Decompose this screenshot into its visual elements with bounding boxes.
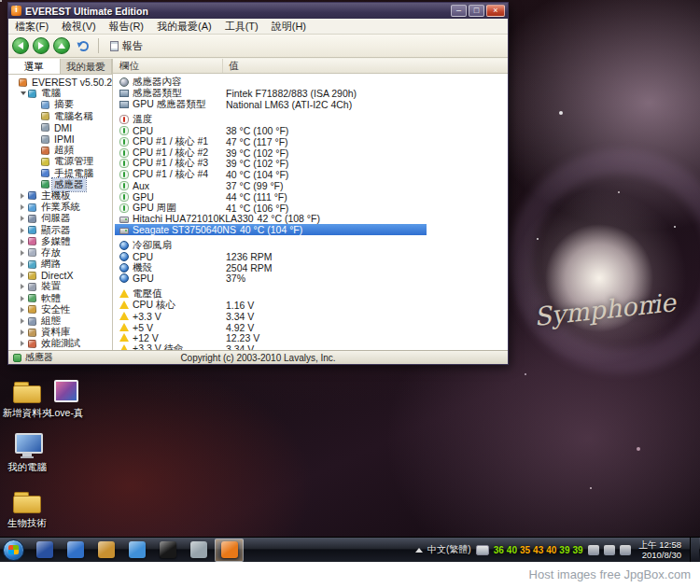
clock-date: 2010/8/30 [639,550,681,560]
refresh-button[interactable] [74,37,92,55]
media-player-icon[interactable] [61,539,90,562]
video-player-icon[interactable] [122,539,151,562]
tree-item-icon [28,215,36,223]
row-value: 4.92 V [226,322,508,333]
row-value: 39 °C (102 °F) [226,158,508,169]
row-icon [119,333,129,342]
tree-item[interactable]: 電腦名稱 [8,111,112,122]
menu-item[interactable]: 檢視(V) [55,20,103,34]
menu-item[interactable]: 工具(T) [218,20,265,34]
minimize-button[interactable]: – [451,5,467,17]
row-icon [119,273,129,283]
list-row[interactable]: CPU #1 / 核心 #4 40 °C (104 °F) [115,169,508,180]
row-field: +5 V [133,322,226,333]
list-row[interactable]: +3.3 V 3.34 V [115,311,508,322]
tree-expander-icon[interactable] [21,91,28,95]
row-value: 12.23 V [226,332,508,343]
tree-expander-icon[interactable] [21,273,28,278]
hidden-icons-button[interactable] [415,548,423,553]
maximize-button[interactable]: □ [469,5,484,17]
volume-icon[interactable] [604,545,615,555]
language-indicator[interactable]: 中文(繁體) [427,543,471,556]
list-row[interactable]: 溫度 [115,114,508,125]
back-button[interactable] [12,37,29,54]
list-row[interactable]: 冷卻風扇 [115,240,508,251]
menu-item[interactable]: 說明(H) [265,20,313,34]
taskbar-app-icon-2[interactable] [153,539,182,562]
tree-expander-icon[interactable] [21,250,28,256]
tree-expander-icon[interactable] [21,307,28,313]
menu-item[interactable]: 我的最愛(A) [150,20,218,34]
row-value: 3.34 V [226,311,508,322]
list-row[interactable]: +3.3 V 待命 3.34 V [115,343,508,350]
start-button[interactable] [3,539,24,561]
taskbar: 中文(繁體) 36403543403939 上午 12:58 2010/8/30 [0,537,700,562]
network-icon[interactable] [588,545,599,555]
tree-item-icon [28,90,36,98]
tree-item[interactable]: 網路 [8,259,112,270]
row-icon [119,148,129,158]
report-button[interactable]: 報告 [105,37,148,55]
taskbar-app-icon-1[interactable] [30,539,59,562]
sensor-value-list: 感應器內容 感應器類型 Fintek F71882/883 (ISA 290h)… [113,74,508,350]
column-header-field[interactable]: 欄位 [113,59,223,73]
list-row[interactable]: +5 V 4.92 V [115,322,508,333]
row-icon [119,159,129,168]
folder-taskbar-icon[interactable] [91,539,120,562]
tree-expander-icon[interactable] [21,341,28,346]
row-value: 2504 RPM [226,262,508,273]
tree-expander-icon[interactable] [21,296,28,301]
row-icon [119,101,129,108]
list-row[interactable]: CPU 核心 1.16 V [115,300,508,311]
tree-expander-icon[interactable] [21,261,28,267]
taskbar-apps [29,538,245,562]
column-header-value[interactable]: 值 [223,59,508,73]
taskbar-app-icon-3[interactable] [184,539,213,562]
tree-expander-icon[interactable] [21,228,28,233]
close-button[interactable]: × [486,5,505,17]
list-row[interactable]: 機殼 2504 RPM [115,262,508,273]
tree-expander-icon[interactable] [21,204,28,210]
pane-tab[interactable]: 我的最愛 [61,59,113,74]
pane-tab[interactable]: 選單 [8,59,61,74]
list-row[interactable]: GPU 37% [115,273,508,285]
window-titlebar[interactable]: EVEREST Ultimate Edition – □ × [8,3,508,19]
tree-expander-icon[interactable] [21,318,28,324]
row-value: 1.16 V [226,300,508,311]
ime-keyboard-icon[interactable] [476,545,489,555]
desktop-icon[interactable]: Love-真 [39,377,93,420]
action-center-icon[interactable] [620,545,631,555]
list-row[interactable]: Hitachi HUA721010KLA330 42 °C (108 °F) [115,214,508,225]
row-icon [119,301,129,309]
tree-expander-icon[interactable] [21,284,28,289]
tree-item[interactable]: 效能測試 [8,338,112,349]
desktop-icon-glyph [11,377,43,405]
taskbar-app-glyph [98,541,115,558]
desktop-icon[interactable]: 我的電腦 [0,431,54,474]
desktop-icon-label: 我的電腦 [6,461,49,474]
up-arrow-icon [58,43,65,49]
tree-item-icon [28,272,36,280]
desktop-icon[interactable]: 生物技術 [0,487,54,530]
show-desktop-button[interactable] [690,538,699,563]
menu-item[interactable]: 報告(R) [103,20,150,34]
everest-taskbar-icon[interactable] [215,539,244,562]
row-value: 37% [226,273,508,284]
tree-item-label: IPMI [52,133,77,145]
tree-expander-icon[interactable] [21,329,28,335]
menu-item[interactable]: 檔案(F) [8,20,55,34]
list-row[interactable]: GPU 感應器類型 National LM63 (ATI-I2C 4Ch) [115,99,508,110]
tree-expander-icon[interactable] [21,216,28,221]
tree-expander-icon[interactable] [21,239,28,245]
list-row[interactable]: Seagate ST3750640NS 40 °C (104 °F) [115,224,427,235]
back-arrow-icon [18,42,23,49]
forward-button[interactable] [33,37,49,54]
list-row[interactable]: Aux 37 °C (99 °F) [115,180,508,191]
tree-expander-icon[interactable] [21,193,28,199]
sensor-temp-reading: 43 [533,545,543,555]
up-button[interactable] [53,37,70,54]
tree-item[interactable]: DMI [8,122,112,133]
taskbar-clock[interactable]: 上午 12:58 2010/8/30 [636,539,685,560]
row-icon [119,323,129,331]
list-row[interactable]: GPU 周圍 41 °C (106 °F) [115,203,508,214]
